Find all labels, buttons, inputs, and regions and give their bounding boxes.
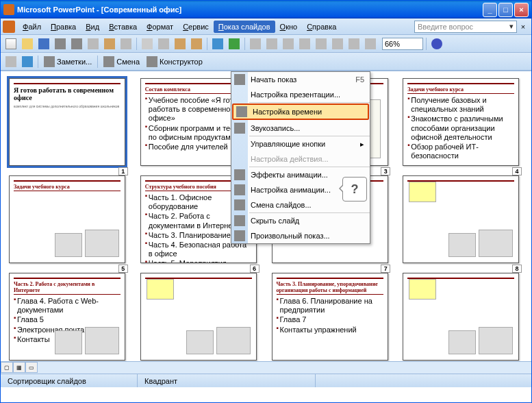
redo-button[interactable] bbox=[227, 36, 242, 51]
menu-item--[interactable]: Начать показF5 bbox=[231, 72, 370, 87]
permission-button[interactable] bbox=[53, 36, 68, 51]
grid-button[interactable] bbox=[346, 36, 362, 51]
slide-thumbnail-8[interactable] bbox=[403, 175, 519, 263]
menu-вид[interactable]: Вид bbox=[81, 21, 104, 33]
toolbar-standard: 66% bbox=[1, 35, 531, 53]
system-icon[interactable] bbox=[3, 21, 15, 33]
cut-button[interactable] bbox=[140, 36, 155, 51]
menu-формат[interactable]: Формат bbox=[142, 21, 178, 33]
menu-item--[interactable]: Управляющие кнопки▸ bbox=[231, 136, 370, 151]
menu-item--[interactable]: Произвольный показ... bbox=[231, 228, 370, 243]
rehearse-button[interactable] bbox=[20, 54, 35, 69]
open-button[interactable] bbox=[20, 36, 35, 51]
new-button[interactable] bbox=[3, 36, 18, 51]
transition-button[interactable]: Смена bbox=[101, 56, 142, 67]
designer-button[interactable]: Конструктор bbox=[144, 56, 205, 67]
status-left: Сортировщик слайдов bbox=[1, 374, 138, 387]
slide-thumbnail-4[interactable]: Задачи учебного курсаПолучение базовых и… bbox=[403, 78, 519, 166]
slide-thumbnail-9[interactable]: Часть 2. Работа с документами в Интернет… bbox=[9, 273, 125, 361]
notes-button[interactable]: Заметки... bbox=[41, 56, 94, 67]
help-tooltip[interactable]: ? bbox=[342, 177, 367, 202]
menu-правка[interactable]: Правка bbox=[46, 21, 81, 33]
expand-button[interactable] bbox=[314, 36, 329, 51]
hide-slide-button[interactable] bbox=[3, 54, 18, 69]
menubar: ФайлПравкаВидВставкаФорматСервисПоказ сл… bbox=[1, 19, 531, 35]
ask-question-box[interactable]: Введите вопрос bbox=[414, 21, 517, 33]
slideshow-menu-dropdown: Начать показF5Настройка презентации...На… bbox=[231, 71, 370, 244]
slide-number: 7 bbox=[381, 265, 390, 273]
slide-thumbnail-10[interactable] bbox=[140, 273, 257, 361]
slide-thumbnail-1[interactable]: Я готов работать в современном офисекомп… bbox=[9, 78, 125, 166]
menu-вставка[interactable]: Вставка bbox=[104, 21, 142, 33]
tables-button[interactable] bbox=[281, 36, 296, 51]
menu-окно[interactable]: Окно bbox=[275, 21, 303, 33]
menu-item--[interactable]: Настройка времени bbox=[232, 103, 369, 120]
maximize-button[interactable]: □ bbox=[498, 3, 513, 17]
menu-item--[interactable]: Настройка презентации... bbox=[231, 87, 370, 102]
slide-number: 1 bbox=[118, 167, 128, 175]
slide-number: 3 bbox=[381, 167, 390, 175]
menu-файл[interactable]: Файл bbox=[18, 21, 46, 33]
slide-number: 6 bbox=[250, 265, 259, 273]
slide-thumbnail-11[interactable]: Часть 3. Планирование, упорядочивание ор… bbox=[272, 273, 388, 361]
menu-item--: Настройка действия... bbox=[231, 151, 370, 167]
research-button[interactable] bbox=[118, 36, 134, 51]
undo-button[interactable] bbox=[210, 36, 225, 51]
menu-справка[interactable]: Справка bbox=[302, 21, 341, 33]
status-center: Квадрант bbox=[138, 374, 316, 387]
normal-view-button[interactable]: ▢ bbox=[1, 362, 13, 373]
print-button[interactable] bbox=[69, 36, 84, 51]
slide-number: 8 bbox=[512, 265, 522, 273]
chart-button[interactable] bbox=[248, 36, 263, 51]
slide-number: 5 bbox=[118, 265, 128, 273]
toolbar-slidesorter: Заметки... Смена Конструктор bbox=[1, 53, 531, 71]
format-painter-button[interactable] bbox=[189, 36, 204, 51]
slideshow-view-button[interactable]: ▭ bbox=[25, 362, 38, 373]
sorter-view-button[interactable]: ▦ bbox=[13, 362, 25, 373]
workspace: Я готов работать в современном офисекомп… bbox=[1, 71, 531, 374]
show-button[interactable] bbox=[330, 36, 345, 51]
view-buttons: ▢ ▦ ▭ bbox=[1, 361, 531, 374]
app-icon bbox=[3, 4, 14, 15]
menu-сервис[interactable]: Сервис bbox=[178, 21, 214, 33]
help-button[interactable] bbox=[429, 36, 444, 51]
zoom-box[interactable]: 66% bbox=[382, 38, 423, 50]
paste-button[interactable] bbox=[173, 36, 188, 51]
titlebar: Microsoft PowerPoint - [Современный офис… bbox=[1, 1, 531, 19]
copy-button[interactable] bbox=[156, 36, 171, 51]
window-title: Microsoft PowerPoint - [Современный офис… bbox=[17, 5, 483, 14]
spell-button[interactable] bbox=[102, 36, 117, 51]
table-button[interactable] bbox=[264, 36, 279, 51]
slide-thumbnail-5[interactable]: Задачи учебного курса bbox=[9, 175, 125, 263]
close-button[interactable]: × bbox=[514, 3, 529, 17]
slide-number: 4 bbox=[512, 167, 522, 175]
color-button[interactable] bbox=[363, 36, 378, 51]
minimize-button[interactable]: _ bbox=[483, 3, 497, 17]
menu-показ слайдов[interactable]: Показ слайдов bbox=[214, 21, 275, 33]
slide-thumbnail-12[interactable] bbox=[403, 273, 519, 361]
statusbar: Сортировщик слайдов Квадрант bbox=[1, 374, 531, 387]
menu-item--[interactable]: Звукозапись... bbox=[231, 121, 370, 136]
hyperlink-button[interactable] bbox=[297, 36, 312, 51]
preview-button[interactable] bbox=[86, 36, 101, 51]
save-button[interactable] bbox=[36, 36, 51, 51]
menu-chevron[interactable]: × bbox=[517, 23, 529, 31]
menu-item--[interactable]: Скрыть слайд bbox=[231, 213, 370, 228]
